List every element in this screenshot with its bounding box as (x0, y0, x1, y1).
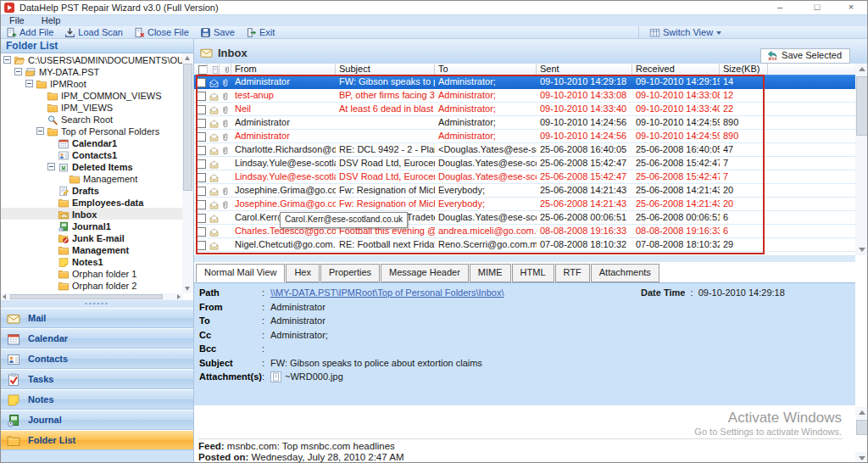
row-checkbox[interactable] (194, 157, 208, 170)
scroll-down-arrow[interactable] (182, 284, 193, 293)
row-checkbox[interactable] (194, 116, 208, 129)
column-header-sizekb[interactable]: Size(KB) (720, 64, 768, 75)
minimize-button[interactable]: – (767, 1, 793, 14)
mail-row[interactable]: NeilAt least 6 dead in blast at Ch...Adm… (194, 103, 855, 116)
tree-item-journal1[interactable]: Journal1 (1, 220, 193, 232)
mail-row[interactable]: Lindsay.Yule@ese-scotland.c...DSV Road L… (194, 170, 855, 184)
scroll-up-arrow[interactable] (855, 64, 868, 75)
scroll-up-arrow[interactable] (855, 407, 868, 419)
toolbar-exit-button[interactable]: Exit (241, 26, 281, 39)
column-checkbox-header[interactable] (194, 64, 208, 75)
row-checkbox[interactable] (194, 143, 208, 156)
row-checkbox[interactable] (194, 238, 208, 251)
save-selected-button[interactable]: Save Selected (760, 48, 850, 64)
tree-item-deleted-items[interactable]: Deleted Items (1, 160, 193, 172)
tree-expander-minus-icon[interactable] (14, 68, 22, 75)
row-checkbox[interactable] (194, 75, 208, 89)
mail-row[interactable]: Josephine.Grima@go.com.mtFw: Resignation… (194, 198, 855, 211)
tree-item-employees-data[interactable]: Employees-data (1, 196, 193, 208)
row-checkbox[interactable] (194, 225, 208, 237)
mail-row[interactable]: Josephine.Grima@go.com.mtFw: Resignation… (194, 184, 855, 198)
tree-item-ipm-common-views[interactable]: IPM_COMMON_VIEWS (1, 89, 193, 101)
row-checkbox[interactable] (194, 170, 208, 183)
tree-item-calendar1[interactable]: Calendar1 (1, 137, 193, 148)
tab-mime[interactable]: MIME (470, 264, 511, 282)
column-item-type-header[interactable] (208, 64, 220, 75)
tree-item-search-root[interactable]: Search Root (1, 113, 193, 125)
scroll-left-arrow[interactable] (1, 293, 9, 300)
tab-normal-mail-view[interactable]: Normal Mail View (196, 264, 285, 282)
tree-vertical-scrollbar[interactable] (182, 53, 193, 293)
mail-row[interactable]: AdministratorFW: Gibson speaks to police… (194, 75, 855, 89)
nav-item-tasks[interactable]: Tasks (1, 369, 193, 389)
menu-help[interactable]: Help (33, 15, 70, 26)
column-header-from[interactable]: From (231, 64, 336, 75)
toolbar-close-file-button[interactable]: Close File (129, 26, 195, 39)
tree-expander-minus-icon[interactable] (36, 127, 44, 135)
bottom-vertical-scrollbar[interactable] (855, 407, 868, 463)
tree-item-contacts1[interactable]: Contacts1 (1, 148, 193, 160)
mail-list-vertical-scrollbar[interactable] (855, 64, 868, 255)
row-checkbox[interactable] (194, 89, 208, 102)
row-checkbox[interactable] (194, 130, 208, 142)
nav-item-mail[interactable]: Mail (1, 308, 193, 328)
mail-row[interactable]: AdministratorAdministrator;09-10-2010 14… (194, 130, 855, 143)
tree-expander-minus-icon[interactable] (47, 163, 55, 170)
scroll-thumb[interactable] (856, 420, 868, 435)
tab-message-header[interactable]: Message Header (381, 264, 469, 282)
tree-item-notes1[interactable]: Notes1 (1, 255, 193, 267)
tree-item-inbox[interactable]: Inbox (1, 208, 193, 220)
tree-item-c-users-admin-documents-outlook-f[interactable]: C:\USERS\ADMIN\DOCUMENTS\OUTLOOK F (1, 53, 193, 65)
nav-item-folder-list[interactable]: Folder List (1, 430, 193, 450)
tree-expander-minus-icon[interactable] (25, 80, 33, 87)
column-header-sent[interactable]: Sent (537, 64, 632, 75)
scroll-down-arrow[interactable] (855, 452, 868, 463)
scroll-up-arrow[interactable] (182, 53, 193, 63)
mail-row[interactable]: AdministratorAdministrator;09-10-2010 14… (194, 116, 855, 130)
scroll-down-arrow[interactable] (855, 243, 868, 255)
nav-item-journal[interactable]: Journal (1, 410, 193, 430)
row-checkbox[interactable] (194, 184, 208, 197)
panel-splitter[interactable]: •••••• (1, 300, 193, 308)
tab-rtf[interactable]: RTF (555, 264, 590, 282)
tab-properties[interactable]: Properties (320, 264, 380, 282)
scroll-thumb[interactable] (183, 64, 192, 191)
tree-item-management[interactable]: Management (1, 243, 193, 255)
tree-item-management[interactable]: Management (1, 172, 193, 184)
tab-attachments[interactable]: Attachments (591, 264, 659, 282)
toolbar-add-file-button[interactable]: Add File (1, 26, 59, 39)
column-header-to[interactable]: To (435, 64, 537, 75)
toolbar-save-button[interactable]: Save (195, 26, 241, 39)
mail-row[interactable]: Nigel.Chetcuti@go.com.mtRE: Football nex… (194, 238, 855, 252)
toolbar-load-scan-button[interactable]: Load Scan (59, 26, 129, 39)
tree-item-orphan-folder-2[interactable]: Orphan folder 2 (1, 279, 193, 291)
nav-item-notes[interactable]: Notes (1, 389, 193, 410)
column-attachment-header[interactable] (220, 64, 231, 75)
close-button[interactable]: × (838, 1, 864, 14)
maximize-button[interactable]: □ (804, 1, 830, 14)
tree-item-top-of-personal-folders[interactable]: Top of Personal Folders (1, 125, 193, 137)
tree-item-orphan-folder-1[interactable]: Orphan folder 1 (1, 267, 193, 279)
nav-item-contacts[interactable]: Contacts (1, 349, 193, 369)
mail-row[interactable]: Lindsay.Yule@ese-scotland.c...DSV Road L… (194, 157, 855, 170)
mail-list-column-header[interactable]: FromSubjectToSentReceivedSize(KB) (194, 64, 855, 75)
scroll-thumb[interactable] (856, 76, 868, 136)
column-header-received[interactable]: Received (632, 64, 720, 75)
switch-view-button[interactable]: Switch View (644, 26, 727, 39)
scroll-right-arrow[interactable] (175, 293, 183, 300)
column-header-subject[interactable]: Subject (336, 64, 435, 75)
menu-file[interactable]: File (1, 15, 33, 26)
mail-row[interactable]: Charlotte.Richardson@dexio...RE: DCL 949… (194, 143, 855, 157)
row-checkbox[interactable] (194, 198, 208, 210)
row-checkbox[interactable] (194, 103, 208, 115)
detail-value[interactable]: \\MY-DATA.PST\IPMRoot\Top of Personal Fo… (270, 286, 504, 299)
tree-item-ipm-views[interactable]: IPM_VIEWS (1, 101, 193, 113)
tree-item-junk-e-mail[interactable]: Junk E-mail (1, 232, 193, 243)
tab-hex[interactable]: Hex (286, 264, 320, 282)
tree-item-drafts[interactable]: Drafts (1, 184, 193, 196)
tree-item-ipmroot[interactable]: IPMRoot (1, 77, 193, 89)
mail-row[interactable]: test-anupBP, other firms facing 300 la..… (194, 89, 855, 103)
tree-item-my-data-pst[interactable]: MY-DATA.PST (1, 65, 193, 77)
tree-expander-minus-icon[interactable] (3, 56, 11, 64)
tab-html[interactable]: HTML (512, 264, 554, 282)
